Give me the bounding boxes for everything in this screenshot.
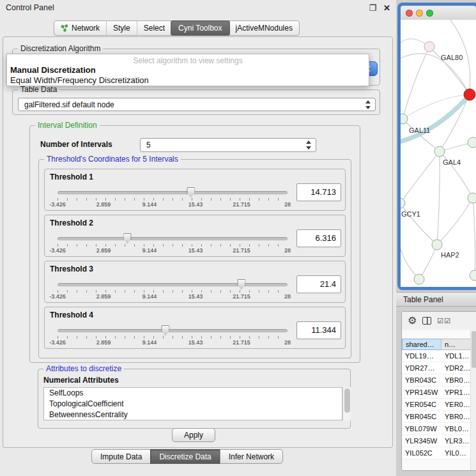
network-node-label: HAP2 <box>441 251 459 259</box>
table-row[interactable]: YPR145WYPR1… <box>402 387 476 399</box>
threshold-1-slider[interactable]: -3.426 2.859 9.144 15.43 21.715 28 <box>54 186 291 210</box>
column-header-shared[interactable]: shared… <box>402 339 441 350</box>
network-node[interactable] <box>432 240 442 250</box>
scrollbar-thumb[interactable] <box>472 331 476 368</box>
table-row[interactable]: YIL052CYIL0… <box>402 447 476 459</box>
numerical-attributes-heading: Numerical Attributes <box>43 376 119 385</box>
numerical-attributes-list[interactable]: SelfLoopsTopologicalCoefficientBetweenne… <box>43 387 342 420</box>
network-node[interactable] <box>468 193 476 203</box>
threshold-4-value[interactable]: 11.344 <box>296 321 341 339</box>
attribute-item[interactable]: TopologicalCoefficient <box>44 399 342 410</box>
threshold-1-value[interactable]: 14.713 <box>296 183 341 201</box>
table-cell[interactable]: YER054C <box>402 399 441 410</box>
slider-thumb[interactable] <box>123 233 132 243</box>
apply-button[interactable]: Apply <box>172 428 215 442</box>
table-row[interactable]: YLR345WYLR3… <box>402 435 476 447</box>
network-edge[interactable] <box>401 151 440 203</box>
slider-track[interactable] <box>58 329 288 332</box>
threshold-2-value[interactable]: 6.316 <box>296 229 341 247</box>
combo-arrows-icon <box>306 141 312 150</box>
scrollbar-thumb[interactable] <box>344 388 350 413</box>
table-row[interactable]: YBR043CYBR0… <box>402 374 476 387</box>
attributes-scrollbar[interactable] <box>342 387 351 420</box>
network-node[interactable] <box>401 198 405 208</box>
table-row[interactable]: YBR045CYBR0… <box>402 411 476 423</box>
node-table-body: YDL19…YDL1…YDR27…YDR2…YBR043CYBR0…YPR145… <box>402 350 476 459</box>
tab-cyni-toolbox[interactable]: Cyni Toolbox <box>171 20 229 36</box>
table-cell[interactable]: YIL052C <box>402 447 441 459</box>
network-edge[interactable] <box>401 203 437 245</box>
node-table-window: ⚙ ☑☑ shared… n… YDL19…YDL1…YDR27…YDR2…YB… <box>401 311 476 471</box>
network-node[interactable] <box>424 42 434 52</box>
network-node[interactable] <box>470 270 476 280</box>
network-node-label: GAL4 <box>443 158 461 166</box>
threshold-panel-2: Threshold 2 -3.426 2.859 9.144 15.43 21.… <box>44 215 346 257</box>
threshold-4-slider[interactable]: -3.426 2.859 9.144 15.43 21.715 28 <box>54 324 291 348</box>
slider-track[interactable] <box>58 283 288 286</box>
number-of-intervals-combo[interactable]: 5 <box>140 138 316 152</box>
network-edge[interactable] <box>437 198 473 245</box>
threshold-3-value[interactable]: 21.4 <box>296 275 341 293</box>
table-cell[interactable]: YPR145W <box>402 387 441 398</box>
network-window-titlebar[interactable] <box>401 6 476 20</box>
table-cell[interactable]: YBR045C <box>402 411 441 422</box>
control-panel-title: Control Panel <box>6 3 54 12</box>
network-edge[interactable] <box>440 95 470 151</box>
zoom-traffic-light[interactable] <box>426 10 433 17</box>
threshold-3-slider[interactable]: -3.426 2.859 9.144 15.43 21.715 28 <box>54 278 291 302</box>
slider-thumb[interactable] <box>237 279 245 289</box>
tab-select[interactable]: Select <box>137 21 171 35</box>
slider-thumb[interactable] <box>161 325 169 335</box>
tab-impute-data[interactable]: Impute Data <box>91 449 151 464</box>
table-cell[interactable]: YDL19… <box>402 350 441 362</box>
network-node[interactable] <box>464 89 475 100</box>
combo-arrows-icon <box>365 100 371 109</box>
tab-style[interactable]: Style <box>106 21 137 35</box>
close-icon[interactable]: ✕ <box>383 4 390 12</box>
slider-track[interactable] <box>58 237 288 240</box>
network-node[interactable] <box>401 114 408 124</box>
slider-thumb[interactable] <box>187 187 195 197</box>
slider-track[interactable] <box>58 191 288 194</box>
attribute-item[interactable]: SelfLoops <box>44 388 342 399</box>
network-edge[interactable] <box>403 47 429 119</box>
minimize-traffic-light[interactable] <box>416 10 423 17</box>
table-spacer <box>402 330 476 339</box>
algorithm-option-equal-width[interactable]: Equal Width/Frequency Discretization <box>10 75 149 85</box>
algorithm-dropdown-popup: Select algorithm to view settings Manual… <box>6 54 369 86</box>
table-cell[interactable]: YBR043C <box>402 374 441 386</box>
table-data-combo[interactable]: galFiltered.sif default node <box>18 98 376 111</box>
checkbox-icons[interactable]: ☑☑ <box>437 317 451 325</box>
network-node[interactable] <box>468 137 476 148</box>
tab-discretize-data[interactable]: Discretize Data <box>150 449 220 464</box>
network-edge[interactable] <box>419 245 437 279</box>
network-canvas[interactable]: GAL80GAL11GAL4GCY1HAP2 <box>401 20 476 287</box>
algorithm-option-manual[interactable]: Manual Discretization <box>10 65 96 75</box>
attribute-item[interactable]: BetweennessCentrality <box>44 410 342 420</box>
number-of-intervals-value: 5 <box>146 141 151 150</box>
table-cell[interactable]: YBL079W <box>402 423 441 434</box>
gear-icon[interactable]: ⚙ <box>408 316 417 326</box>
table-row[interactable]: YER054CYER0… <box>402 399 476 411</box>
threshold-2-slider[interactable]: -3.426 2.859 9.144 15.43 21.715 28 <box>54 232 291 256</box>
top-tab-bar: Network Style Select Cyni Toolbox jActiv… <box>54 20 300 36</box>
tab-jactivemnodules[interactable]: jActiveMNodules <box>229 21 299 35</box>
network-edge[interactable] <box>401 98 467 142</box>
interval-definition-group-title: Interval Definition <box>35 121 100 130</box>
tab-network[interactable]: Network <box>54 21 106 35</box>
close-traffic-light[interactable] <box>406 10 413 17</box>
table-scrollbar[interactable] <box>470 330 476 470</box>
table-row[interactable]: YBL079WYBL0… <box>402 423 476 435</box>
table-row[interactable]: YDR27…YDR2… <box>402 362 476 374</box>
table-cell[interactable]: YLR345W <box>402 435 441 447</box>
threshold-4-label: Threshold 4 <box>50 311 93 319</box>
float-window-icon[interactable]: ❐ <box>369 4 376 12</box>
network-node[interactable] <box>434 146 445 157</box>
table-cell[interactable]: YDR27… <box>402 362 441 374</box>
tab-infer-network[interactable]: Infer Network <box>220 449 283 464</box>
table-row[interactable]: YDL19…YDL1… <box>402 350 476 362</box>
network-node[interactable] <box>414 274 424 284</box>
network-edge[interactable] <box>437 151 440 245</box>
columns-icon[interactable] <box>422 317 431 325</box>
network-edge[interactable] <box>473 198 475 275</box>
